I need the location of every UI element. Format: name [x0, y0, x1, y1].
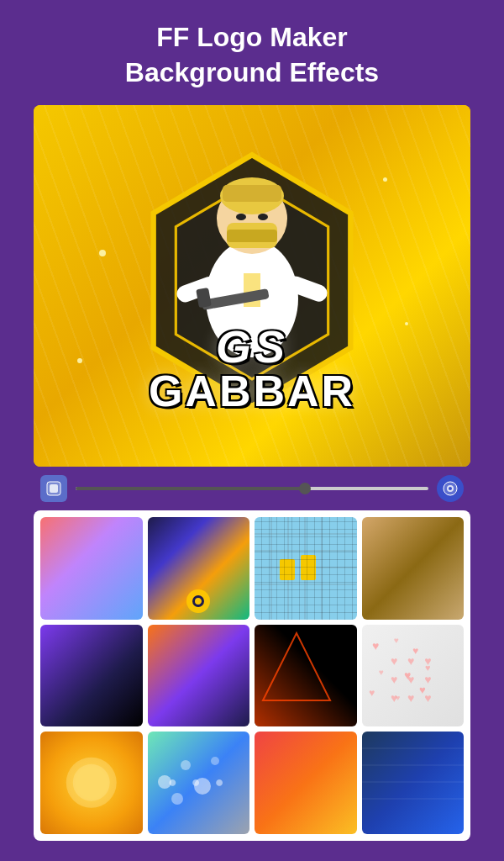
bg-item-12[interactable] — [362, 732, 465, 834]
slider-right-icon[interactable] — [437, 475, 464, 502]
background-grid: ♥ ♥ ♥ ♥ ♥ ♥ ♥ ♥ ♥ — [34, 510, 470, 841]
bg-item-1[interactable] — [40, 517, 143, 620]
svg-point-68 — [171, 793, 183, 805]
bg-item-9[interactable] — [40, 732, 143, 834]
svg-point-66 — [194, 778, 211, 795]
svg-rect-38 — [50, 484, 58, 493]
opacity-slider[interactable] — [76, 487, 428, 490]
svg-point-9 — [258, 214, 268, 220]
svg-rect-5 — [223, 185, 281, 202]
bg-item-3[interactable] — [255, 517, 357, 620]
svg-text:♥: ♥ — [425, 663, 431, 673]
logo-text: GS GABBAR — [149, 320, 355, 416]
svg-text:♥: ♥ — [394, 636, 399, 645]
bg-item-7[interactable] — [255, 625, 357, 727]
svg-text:♥: ♥ — [404, 668, 411, 682]
svg-point-41 — [449, 487, 452, 490]
bg-item-6[interactable] — [148, 625, 250, 727]
bg-item-10[interactable] — [148, 732, 250, 834]
svg-text:♥: ♥ — [419, 684, 426, 696]
app-title: FF Logo Maker Background Effects — [108, 0, 396, 105]
svg-text:♥: ♥ — [369, 687, 375, 699]
slider-row — [34, 467, 470, 510]
bg-item-2[interactable] — [148, 517, 250, 620]
bg-item-4[interactable] — [362, 517, 465, 620]
canvas-preview: GS GABBAR Logos Shapes — [34, 105, 470, 467]
svg-text:♥: ♥ — [379, 668, 384, 677]
svg-point-67 — [211, 757, 219, 765]
svg-text:♥: ♥ — [396, 694, 400, 702]
bg-item-5[interactable] — [40, 625, 143, 727]
svg-text:♥: ♥ — [372, 639, 379, 652]
slider-left-icon[interactable] — [40, 475, 67, 502]
svg-rect-51 — [301, 555, 316, 580]
svg-point-8 — [236, 214, 246, 220]
svg-point-65 — [181, 760, 191, 770]
bg-item-8[interactable]: ♥ ♥ ♥ ♥ ♥ ♥ ♥ ♥ ♥ — [362, 625, 465, 727]
svg-point-63 — [73, 764, 110, 801]
svg-text:♥: ♥ — [412, 645, 418, 657]
svg-point-64 — [158, 775, 171, 789]
bg-item-11[interactable] — [255, 732, 357, 834]
svg-rect-7 — [227, 230, 277, 242]
svg-marker-52 — [263, 633, 330, 700]
svg-rect-50 — [280, 559, 295, 580]
